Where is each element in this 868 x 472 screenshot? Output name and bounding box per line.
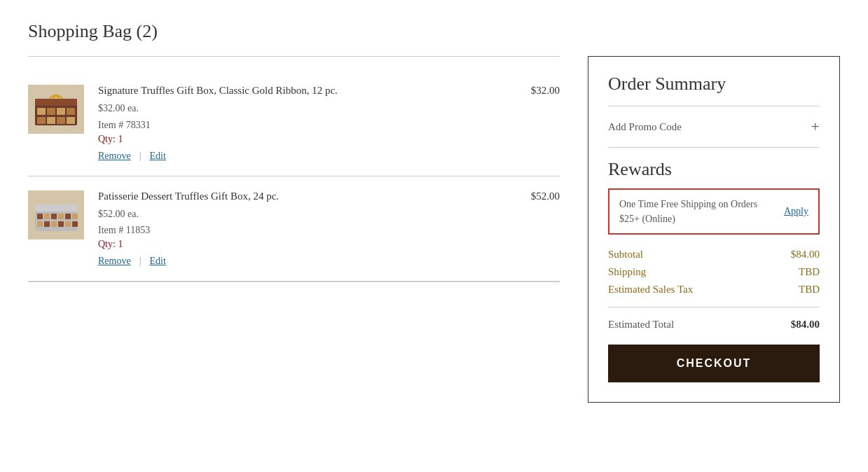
svg-rect-18 [37,221,43,227]
promo-label: Add Promo Code [608,121,682,133]
checkout-button[interactable]: CHECKOUT [608,345,820,382]
svg-rect-15 [58,214,64,219]
svg-rect-22 [65,221,71,227]
svg-rect-3 [47,108,55,115]
subtotal-label: Subtotal [608,249,643,261]
item-actions-1: Remove | Edit [98,151,497,162]
subtotal-value: $84.00 [791,249,820,261]
order-summary: Order Summary Add Promo Code + Rewards O… [588,56,840,403]
item-number-1: Item # 78331 [98,117,497,134]
svg-rect-11 [35,204,77,211]
total-label: Estimated Total [608,319,674,331]
subtotal-row: Subtotal $84.00 [608,249,820,261]
svg-rect-4 [57,108,65,115]
rewards-box: One Time Free Shipping on Orders $25+ (O… [608,188,820,235]
svg-rect-12 [37,214,43,219]
item-image-2 [28,190,84,240]
total-value: $84.00 [791,319,820,331]
item-number-2: Item # 11853 [98,222,497,239]
svg-rect-5 [67,108,75,115]
tax-label: Estimated Sales Tax [608,284,693,296]
rewards-apply-button[interactable]: Apply [784,206,808,217]
edit-button-2[interactable]: Edit [149,256,165,267]
item-price-each-2: $52.00 ea. [98,206,497,223]
shipping-label: Shipping [608,266,646,278]
svg-rect-1 [35,99,77,106]
svg-rect-7 [47,117,55,124]
shipping-value: TBD [799,266,820,278]
item-name-1: Signature Truffles Gift Box, Classic Gol… [98,85,497,97]
rewards-text: One Time Free Shipping on Orders $25+ (O… [619,197,777,226]
item-price-each-1: $32.00 ea. [98,100,497,117]
promo-row[interactable]: Add Promo Code + [608,118,820,148]
svg-rect-17 [72,214,78,219]
total-row: Estimated Total $84.00 [608,307,820,331]
item-qty-2: Qty: 1 [98,239,497,250]
page-title: Shopping Bag (2) [28,21,840,42]
svg-rect-6 [37,117,46,124]
item-name-2: Patisserie Dessert Truffles Gift Box, 24… [98,190,497,202]
item-total-price-2: $52.00 [511,190,560,202]
svg-rect-21 [58,221,64,227]
svg-rect-19 [44,221,50,227]
svg-rect-14 [51,214,57,219]
cart-section: Signature Truffles Gift Box, Classic Gol… [28,56,560,296]
svg-rect-16 [65,214,71,219]
shipping-row: Shipping TBD [608,266,820,278]
remove-button-2[interactable]: Remove [98,256,131,267]
table-row: Patisserie Dessert Truffles Gift Box, 24… [28,176,560,282]
svg-rect-2 [37,108,46,115]
main-layout: Signature Truffles Gift Box, Classic Gol… [28,56,840,403]
svg-rect-20 [51,221,57,227]
item-total-price-1: $32.00 [511,85,560,97]
promo-plus-icon[interactable]: + [811,118,820,136]
rewards-title: Rewards [608,159,820,180]
summary-title: Order Summary [608,74,820,95]
svg-rect-9 [67,117,75,124]
svg-rect-23 [72,221,78,227]
item-details-1: Signature Truffles Gift Box, Classic Gol… [98,85,497,162]
edit-button-1[interactable]: Edit [149,151,165,162]
item-image-1 [28,85,84,134]
svg-rect-13 [44,214,50,219]
tax-value: TBD [799,284,820,296]
table-row: Signature Truffles Gift Box, Classic Gol… [28,71,560,176]
remove-button-1[interactable]: Remove [98,151,131,162]
item-qty-1: Qty: 1 [98,134,497,145]
item-actions-2: Remove | Edit [98,256,497,267]
tax-row: Estimated Sales Tax TBD [608,284,820,296]
svg-rect-8 [57,117,65,124]
item-details-2: Patisserie Dessert Truffles Gift Box, 24… [98,190,497,268]
